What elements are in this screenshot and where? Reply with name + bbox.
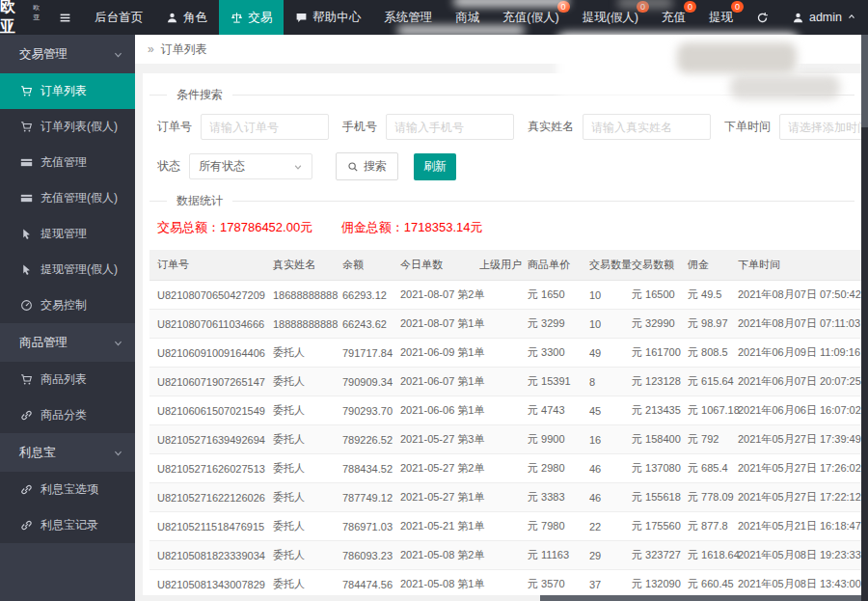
nav-item-label: 提现(假人) bbox=[583, 10, 638, 26]
notification-badge: 0 bbox=[684, 1, 696, 13]
real-name-input[interactable] bbox=[583, 114, 711, 140]
user-icon bbox=[166, 12, 178, 24]
sidebar-item-recharge-manage-fake[interactable]: 充值管理(假人) bbox=[0, 180, 135, 216]
table-cell: 18688888888 bbox=[265, 281, 335, 310]
table-cell: 元 123128 bbox=[624, 368, 680, 396]
table-cell: 元 1618.64 bbox=[680, 541, 730, 570]
table-cell: 2021-05-08 第1单 bbox=[393, 570, 472, 596]
stats-legend: 数据统计 bbox=[167, 193, 232, 209]
horizontal-scrollbar-thumb[interactable] bbox=[540, 595, 861, 601]
sidebar-item-label: 充值管理 bbox=[41, 154, 87, 171]
search-fieldset: 条件搜索 bbox=[149, 87, 854, 103]
refresh-table-button[interactable]: 刷新 bbox=[414, 153, 456, 180]
sidebar-item-label: 提现管理 bbox=[41, 226, 87, 242]
nav-item-home[interactable]: 后台首页 bbox=[83, 0, 154, 35]
order-no-input[interactable] bbox=[201, 114, 329, 140]
table-cell: 2021年05月08日 19:23:33 bbox=[730, 541, 861, 570]
sidebar-group-label: 利息宝 bbox=[19, 445, 56, 461]
sidebar-item-goods-list[interactable]: 商品列表 bbox=[0, 362, 135, 397]
table-cell: 790909.34 bbox=[335, 368, 393, 396]
table-cell: 委托人 bbox=[265, 454, 335, 483]
sidebar-group-label: 商品管理 bbox=[19, 335, 68, 351]
order-no-label: 订单号 bbox=[157, 119, 192, 135]
phone-input[interactable] bbox=[386, 114, 514, 140]
sidebar-group-goods-manage[interactable]: 商品管理 bbox=[0, 323, 135, 362]
chevron-down-icon bbox=[113, 49, 123, 60]
nav-item-system-manage[interactable]: 系统管理 bbox=[372, 0, 444, 35]
column-header: 真实姓名 bbox=[265, 250, 335, 281]
table-cell: 元 3570 bbox=[520, 570, 582, 596]
order-time-input[interactable] bbox=[779, 114, 861, 140]
sidebar-item-recharge-manage[interactable]: 充值管理 bbox=[0, 145, 135, 180]
table-cell: 元 1067.18 bbox=[680, 396, 730, 425]
commission-total: 佣金总额：1718353.14元 bbox=[341, 220, 483, 234]
real-name-group: 真实姓名 bbox=[528, 114, 711, 140]
status-selected-value: 所有状态 bbox=[199, 158, 245, 175]
sidebar-item-withdraw-manage[interactable]: 提现管理 bbox=[0, 216, 135, 252]
nav-item-recharge[interactable]: 充值0 bbox=[650, 0, 697, 35]
sidebar-item-order-list[interactable]: 订单列表 bbox=[0, 73, 135, 109]
table-cell: U82105081823339034 bbox=[149, 541, 265, 570]
nav-item-recharge-fake[interactable]: 充值(假人)0 bbox=[491, 0, 570, 35]
table-cell: 37 bbox=[582, 570, 624, 596]
column-header: 交易数额 bbox=[624, 250, 680, 281]
status-select[interactable]: 所有状态 bbox=[189, 153, 312, 179]
stats-fieldset: 数据统计 bbox=[149, 193, 854, 209]
sidebar-item-label: 商品分类 bbox=[41, 407, 87, 423]
refresh-button[interactable] bbox=[745, 0, 780, 35]
table-cell: 2021年05月27日 17:22:12 bbox=[730, 483, 861, 512]
table-cell: 元 7980 bbox=[520, 512, 582, 541]
logo-text: 欧亚 bbox=[0, 0, 31, 38]
table-cell: 元 158400 bbox=[624, 425, 680, 454]
nav-item-withdraw[interactable]: 提现0 bbox=[697, 0, 745, 35]
sidebar-item-label: 利息宝选项 bbox=[41, 481, 98, 498]
topbar-nav: 后台首页角色交易帮助中心系统管理商城充值(假人)0提现(假人)0充值0提现0 bbox=[47, 0, 745, 35]
sidebar-item-interest-options[interactable]: 利息宝选项 bbox=[0, 472, 135, 507]
nav-item-mall[interactable]: 商城 bbox=[444, 0, 491, 35]
order-time-label: 下单时间 bbox=[724, 119, 771, 135]
chevron-down-icon bbox=[113, 448, 123, 458]
search-button[interactable]: 搜索 bbox=[336, 152, 398, 180]
sidebar-item-trade-control[interactable]: 交易控制 bbox=[0, 287, 135, 323]
table-cell: 元 685.4 bbox=[680, 454, 730, 483]
nav-item-label: 充值 bbox=[662, 10, 686, 26]
table-cell: 2021-05-08 第2单 bbox=[393, 541, 472, 570]
card-icon bbox=[20, 192, 33, 205]
column-header: 上级用户 bbox=[472, 250, 520, 281]
table-cell: 元 778.09 bbox=[680, 483, 730, 512]
column-header: 下单时间 bbox=[730, 250, 861, 281]
sidebar-item-withdraw-manage-fake[interactable]: 提现管理(假人) bbox=[0, 252, 135, 287]
nav-item-withdraw-fake[interactable]: 提现(假人)0 bbox=[571, 0, 650, 35]
sidebar-group-trade-manage[interactable]: 交易管理 bbox=[0, 35, 135, 73]
sidebar-item-goods-category[interactable]: 商品分类 bbox=[0, 397, 135, 433]
sidebar-group-interest-bao[interactable]: 利息宝 bbox=[0, 433, 135, 472]
topbar-right: admin bbox=[745, 0, 868, 35]
admin-menu[interactable]: admin bbox=[780, 0, 868, 35]
nav-item-help-center[interactable]: 帮助中心 bbox=[284, 0, 372, 35]
sidebar-item-interest-records[interactable]: 利息宝记录 bbox=[0, 507, 135, 543]
horizontal-scrollbar[interactable] bbox=[135, 595, 861, 601]
table-cell: 元 161700 bbox=[624, 339, 680, 368]
hamburger-icon bbox=[59, 12, 71, 24]
sidebar-item-order-list-fake[interactable]: 订单列表(假人) bbox=[0, 109, 135, 145]
nav-item-roles[interactable]: 角色 bbox=[154, 0, 219, 35]
vertical-scrollbar[interactable] bbox=[861, 35, 868, 601]
breadcrumb-caret: » bbox=[148, 42, 154, 56]
cart-icon bbox=[20, 373, 33, 386]
scales-icon bbox=[231, 12, 243, 24]
hamburger-button[interactable] bbox=[47, 0, 83, 35]
table-cell: 元 323727 bbox=[624, 541, 680, 570]
nav-item-trade[interactable]: 交易 bbox=[219, 0, 284, 35]
order-list-panel: 条件搜索 订单号手机号真实姓名下单时间 状态 所有状态 bbox=[143, 73, 861, 595]
vertical-scrollbar-thumb[interactable] bbox=[861, 35, 868, 127]
status-label: 状态 bbox=[157, 158, 180, 175]
sidebar-group-items: 订单列表订单列表(假人)充值管理充值管理(假人)提现管理提现管理(假人)交易控制 bbox=[0, 73, 135, 323]
sidebar-item-label: 商品列表 bbox=[41, 371, 87, 388]
link-icon bbox=[20, 409, 33, 422]
table-cell: 委托人 bbox=[265, 425, 335, 454]
table-cell: 委托人 bbox=[265, 339, 335, 368]
search-icon bbox=[347, 161, 359, 173]
cart-icon bbox=[20, 121, 33, 133]
sidebar-item-label: 利息宝记录 bbox=[41, 517, 98, 533]
chat-icon bbox=[295, 12, 308, 24]
